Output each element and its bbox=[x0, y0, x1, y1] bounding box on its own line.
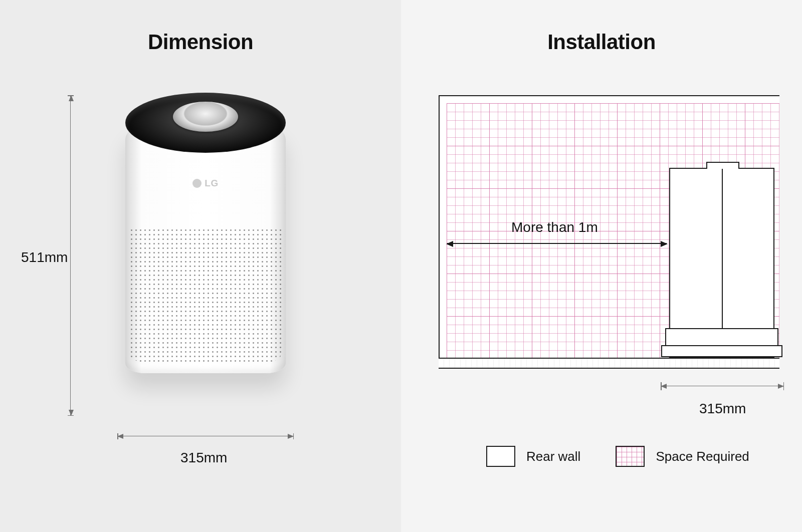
height-guide bbox=[70, 95, 71, 416]
legend-space-required: Space Required bbox=[616, 446, 749, 467]
product-mesh bbox=[129, 228, 282, 363]
height-arrow-down-icon bbox=[69, 410, 74, 416]
width-arrow-right-icon bbox=[288, 434, 294, 439]
legend-space-required-swatch bbox=[616, 446, 645, 467]
device-plinth bbox=[661, 345, 782, 357]
page: Dimension LG 511mm 315mm Installation bbox=[0, 0, 802, 532]
legend-rear-wall-swatch bbox=[486, 446, 515, 467]
legend-rear-wall: Rear wall bbox=[486, 446, 580, 467]
height-arrow-up-icon bbox=[69, 95, 74, 101]
installation-panel: Installation More than 1m 315mm Rear wal… bbox=[401, 0, 802, 532]
product-disc bbox=[173, 102, 238, 132]
dimension-panel: Dimension LG 511mm 315mm bbox=[0, 0, 401, 532]
width-arrow-left-icon bbox=[117, 434, 123, 439]
floor-line bbox=[439, 358, 779, 369]
product-base bbox=[111, 371, 300, 400]
width-guide bbox=[117, 436, 294, 436]
height-label: 511mm bbox=[21, 249, 68, 265]
clearance-span bbox=[447, 243, 667, 244]
brand-text: LG bbox=[205, 178, 218, 188]
device-tray bbox=[665, 328, 778, 346]
legend-space-required-label: Space Required bbox=[656, 449, 749, 464]
device-cap bbox=[706, 162, 739, 169]
legend: Rear wall Space Required bbox=[486, 446, 749, 467]
device-outline bbox=[669, 168, 774, 358]
clearance-label: More than 1m bbox=[511, 219, 598, 235]
legend-rear-wall-label: Rear wall bbox=[526, 449, 580, 464]
width-label: 315mm bbox=[180, 450, 227, 466]
device-width-span bbox=[661, 386, 784, 386]
dimension-title: Dimension bbox=[0, 30, 401, 54]
product-illustration: LG bbox=[125, 93, 286, 388]
brand-logo: LG bbox=[125, 178, 286, 189]
device-width-label: 315mm bbox=[699, 401, 746, 417]
installation-title: Installation bbox=[401, 30, 802, 54]
device-seam bbox=[722, 169, 723, 328]
